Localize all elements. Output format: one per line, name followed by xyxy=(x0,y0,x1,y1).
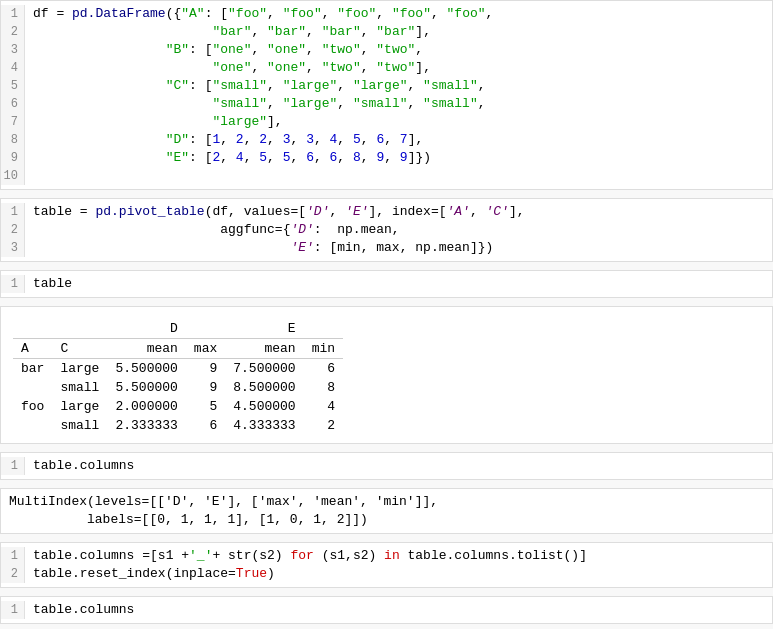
cell-C: large xyxy=(52,397,107,416)
output-block-1: 1 table xyxy=(1,271,772,297)
line-number: 6 xyxy=(1,95,25,113)
line-number: 1 xyxy=(1,601,25,619)
line-content: "bar", "bar", "bar", "bar"], xyxy=(25,23,431,41)
output-section-1: 1 table xyxy=(0,270,773,298)
output-section-2: 1 table.columns xyxy=(0,452,773,480)
line-content: "E": [2, 4, 5, 5, 6, 6, 8, 9, 9]}) xyxy=(25,149,431,167)
cell-C: large xyxy=(52,359,107,379)
line-content: "large"], xyxy=(25,113,283,131)
cell-E-max: 9 xyxy=(186,359,225,379)
code-line-3-2: 2 table.reset_index(inplace=True) xyxy=(1,565,772,583)
cell-A: foo xyxy=(13,397,52,416)
code-section-3: 1 table.columns =[s1 +'_'+ str(s2) for (… xyxy=(0,542,773,588)
code-line-4: 4 "one", "one", "two", "two"], xyxy=(1,59,772,77)
table-row: bar large 5.500000 9 7.500000 6 xyxy=(13,359,343,379)
line-content: df = pd.DataFrame({"A": ["foo", "foo", "… xyxy=(25,5,493,23)
line-content: "D": [1, 2, 2, 3, 3, 4, 5, 6, 7], xyxy=(25,131,423,149)
table-header-row-2: A C mean max mean min xyxy=(13,339,343,359)
code-line-9: 9 "E": [2, 4, 5, 5, 6, 6, 8, 9, 9]}) xyxy=(1,149,772,167)
code-line-10: 10 xyxy=(1,167,772,185)
code-line-2-2: 2 aggfunc={'D': np.mean, xyxy=(1,221,772,239)
line-number: 2 xyxy=(1,23,25,41)
output-line-3: 1 table.columns xyxy=(1,601,772,619)
cell-E-max: 9 xyxy=(186,378,225,397)
col-header-E-mean: mean xyxy=(225,339,303,359)
line-content: table.reset_index(inplace=True) xyxy=(25,565,275,583)
line-number: 7 xyxy=(1,113,25,131)
cell-E-min: 4 xyxy=(304,397,343,416)
output-line-1: 1 table xyxy=(1,275,772,293)
cell-E-min: 2 xyxy=(304,416,343,435)
col-header-E-min: min xyxy=(304,339,343,359)
code-line-8: 8 "D": [1, 2, 2, 3, 3, 4, 5, 6, 7], xyxy=(1,131,772,149)
col-header-D-mean: mean xyxy=(107,339,185,359)
cell-C: small xyxy=(52,416,107,435)
line-content: aggfunc={'D': np.mean, xyxy=(25,221,400,239)
code-section-1: 1 df = pd.DataFrame({"A": ["foo", "foo",… xyxy=(0,0,773,190)
code-line-3: 3 "B": ["one", "one", "two", "two", xyxy=(1,41,772,59)
col-header-C xyxy=(52,319,107,339)
col-header-D: D xyxy=(107,319,185,339)
col-header-C-label: C xyxy=(52,339,107,359)
col-header-E-max: max xyxy=(186,339,225,359)
multiindex-output: MultiIndex(levels=[['D', 'E'], ['max', '… xyxy=(0,488,773,534)
table-row: small 5.500000 9 8.500000 8 xyxy=(13,378,343,397)
line-number: 1 xyxy=(1,203,25,221)
line-content: 'E': [min, max, np.mean]}) xyxy=(25,239,493,257)
table-row: foo large 2.000000 5 4.500000 4 xyxy=(13,397,343,416)
table-row: small 2.333333 6 4.333333 2 xyxy=(13,416,343,435)
cell-A xyxy=(13,416,52,435)
line-number: 10 xyxy=(1,167,25,185)
cell-E-mean: 4.500000 xyxy=(225,397,303,416)
cell-E-min: 6 xyxy=(304,359,343,379)
line-number: 3 xyxy=(1,239,25,257)
col-header-E2 xyxy=(304,319,343,339)
line-content: table = pd.pivot_table(df, values=['D', … xyxy=(25,203,525,221)
code-line-2-1: 1 table = pd.pivot_table(df, values=['D'… xyxy=(1,203,772,221)
col-header-E-spacer xyxy=(186,319,225,339)
line-content: "B": ["one", "one", "two", "two", xyxy=(25,41,423,59)
line-number: 1 xyxy=(1,5,25,23)
line-content: "C": ["small", "large", "large", "small"… xyxy=(25,77,486,95)
cell-D-mean: 2.333333 xyxy=(107,416,185,435)
cell-E-mean: 7.500000 xyxy=(225,359,303,379)
cell-A: bar xyxy=(13,359,52,379)
code-block-1: 1 df = pd.DataFrame({"A": ["foo", "foo",… xyxy=(1,1,772,189)
line-number: 2 xyxy=(1,565,25,583)
line-content: table.columns =[s1 +'_'+ str(s2) for (s1… xyxy=(25,547,587,565)
output-label-columns-2: table.columns xyxy=(25,601,134,619)
line-number: 1 xyxy=(1,275,25,293)
cell-E-mean: 4.333333 xyxy=(225,416,303,435)
cell-D-mean: 5.500000 xyxy=(107,378,185,397)
cell-D-mean: 5.500000 xyxy=(107,359,185,379)
output-block-3: 1 table.columns xyxy=(1,597,772,623)
col-header-E: E xyxy=(225,319,303,339)
code-section-2: 1 table = pd.pivot_table(df, values=['D'… xyxy=(0,198,773,262)
code-line-5: 5 "C": ["small", "large", "large", "smal… xyxy=(1,77,772,95)
cell-D-mean: 2.000000 xyxy=(107,397,185,416)
output-block-2: 1 table.columns xyxy=(1,453,772,479)
line-number: 8 xyxy=(1,131,25,149)
code-line-1: 1 df = pd.DataFrame({"A": ["foo", "foo",… xyxy=(1,5,772,23)
code-line-2: 2 "bar", "bar", "bar", "bar"], xyxy=(1,23,772,41)
col-header-A xyxy=(13,319,52,339)
code-block-3: 1 table.columns =[s1 +'_'+ str(s2) for (… xyxy=(1,543,772,587)
output-label-columns: table.columns xyxy=(25,457,134,475)
line-content: "one", "one", "two", "two"], xyxy=(25,59,431,77)
output-line-2: 1 table.columns xyxy=(1,457,772,475)
cell-C: small xyxy=(52,378,107,397)
table-header-row-1: D E xyxy=(13,319,343,339)
pivot-table-section: D E A C mean max mean min bar large 5.50… xyxy=(0,306,773,444)
line-number: 5 xyxy=(1,77,25,95)
code-line-6: 6 "small", "large", "small", "small", xyxy=(1,95,772,113)
output-section-3: 1 table.columns xyxy=(0,596,773,624)
code-block-2: 1 table = pd.pivot_table(df, values=['D'… xyxy=(1,199,772,261)
code-line-3-1: 1 table.columns =[s1 +'_'+ str(s2) for (… xyxy=(1,547,772,565)
line-number: 4 xyxy=(1,59,25,77)
cell-E-min: 8 xyxy=(304,378,343,397)
cell-A xyxy=(13,378,52,397)
code-line-2-3: 3 'E': [min, max, np.mean]}) xyxy=(1,239,772,257)
cell-E-max: 6 xyxy=(186,416,225,435)
cell-E-max: 5 xyxy=(186,397,225,416)
cell-E-mean: 8.500000 xyxy=(225,378,303,397)
